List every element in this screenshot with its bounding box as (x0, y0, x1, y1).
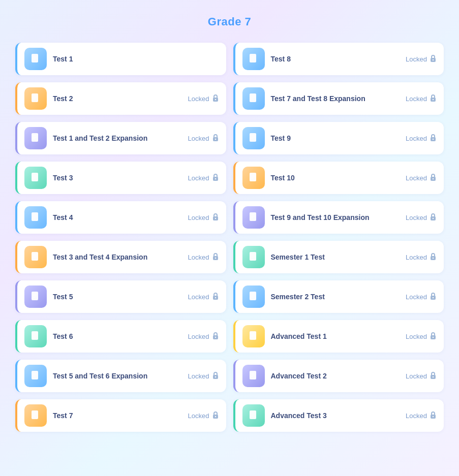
locked-label: Locked (406, 214, 427, 221)
card-info-test4: Test 4 (53, 213, 182, 222)
card-test7and8exp[interactable]: Test 7 and Test 8 ExpansionLocked (233, 82, 444, 115)
card-test3and4exp[interactable]: Test 3 and Test 4 ExpansionLocked (15, 241, 226, 273)
card-icon-sem2test (242, 285, 265, 308)
svg-rect-102 (251, 374, 255, 375)
card-test6[interactable]: Test 6Locked (15, 320, 226, 353)
svg-point-33 (433, 138, 434, 139)
svg-rect-42 (251, 176, 255, 177)
card-status-sem1test: Locked (406, 252, 437, 262)
svg-rect-54 (251, 216, 255, 217)
card-icon-test3 (24, 167, 47, 189)
svg-point-51 (215, 217, 216, 218)
svg-rect-66 (251, 256, 255, 257)
card-test1and2exp[interactable]: Test 1 and Test 2 ExpansionLocked (15, 122, 226, 154)
card-icon-test4 (24, 206, 47, 229)
card-name-advtest1: Advanced Test 1 (271, 332, 400, 341)
card-status-advtest3: Locked (406, 411, 437, 421)
card-test10[interactable]: Test 10Locked (233, 162, 444, 194)
card-name-test1: Test 1 (53, 54, 219, 64)
card-test5and6exp[interactable]: Test 5 and Test 6 ExpansionLocked (15, 360, 226, 392)
card-info-test9: Test 9 (271, 134, 400, 143)
svg-rect-89 (251, 333, 255, 334)
card-status-test3: Locked (188, 173, 219, 183)
card-icon-test10 (242, 167, 265, 189)
svg-point-21 (433, 99, 434, 100)
card-name-test10: Test 10 (271, 173, 400, 182)
svg-rect-23 (33, 135, 37, 136)
svg-rect-107 (33, 412, 37, 414)
card-sem1test[interactable]: Semester 1 TestLocked (233, 241, 444, 273)
locked-label: Locked (406, 135, 427, 142)
card-test5[interactable]: Test 5Locked (15, 280, 226, 313)
card-test9[interactable]: Test 9Locked (233, 122, 444, 154)
card-status-test7: Locked (188, 411, 219, 421)
svg-rect-30 (251, 137, 255, 138)
svg-rect-85 (33, 336, 36, 337)
card-icon-test9and10exp (242, 206, 265, 229)
card-name-sem2test: Semester 2 Test (271, 292, 400, 301)
card-icon-test1 (24, 48, 47, 70)
locked-label: Locked (188, 135, 209, 142)
svg-rect-83 (33, 333, 37, 334)
card-status-advtest1: Locked (406, 332, 437, 341)
card-info-test8: Test 8 (271, 54, 400, 64)
svg-rect-36 (33, 176, 37, 177)
card-icon-test3and4exp (24, 246, 47, 268)
card-test2[interactable]: Test 2Locked (15, 82, 226, 115)
locked-label: Locked (188, 95, 209, 103)
card-advtest2[interactable]: Advanced Test 2Locked (233, 360, 444, 392)
card-icon-advtest3 (242, 404, 265, 427)
card-sem2test[interactable]: Semester 2 TestLocked (233, 280, 444, 313)
svg-rect-37 (33, 178, 36, 179)
card-advtest1[interactable]: Advanced Test 1Locked (233, 320, 444, 353)
svg-point-117 (433, 416, 434, 417)
card-test8[interactable]: Test 8Locked (233, 43, 444, 75)
card-name-test6: Test 6 (53, 332, 182, 341)
svg-point-105 (433, 376, 434, 377)
card-test1[interactable]: Test 1 (15, 43, 226, 75)
svg-rect-79 (251, 297, 253, 298)
locked-label: Locked (188, 174, 209, 182)
card-icon-test7and8exp (242, 87, 265, 110)
card-test4[interactable]: Test 4Locked (15, 201, 226, 234)
card-info-test10: Test 10 (271, 173, 400, 182)
card-test7[interactable]: Test 7Locked (15, 399, 226, 432)
svg-rect-25 (33, 138, 36, 139)
card-status-test2: Locked (188, 94, 219, 104)
card-name-test5: Test 5 (53, 292, 182, 301)
card-test9and10exp[interactable]: Test 9 and Test 10 ExpansionLocked (233, 201, 444, 234)
svg-rect-48 (33, 216, 37, 217)
card-name-advtest2: Advanced Test 2 (271, 371, 400, 380)
lock-icon (212, 292, 219, 302)
svg-rect-3 (33, 59, 36, 60)
svg-rect-35 (33, 175, 37, 176)
svg-rect-61 (33, 257, 36, 258)
svg-point-63 (215, 257, 216, 258)
card-test3[interactable]: Test 3Locked (15, 162, 226, 194)
card-info-test1: Test 1 (53, 54, 219, 64)
svg-rect-109 (33, 416, 36, 417)
svg-rect-73 (33, 297, 36, 298)
locked-label: Locked (406, 293, 427, 301)
card-advtest3[interactable]: Advanced Test 3Locked (233, 399, 444, 432)
svg-rect-77 (251, 294, 255, 295)
card-icon-test7 (24, 404, 47, 427)
card-info-test6: Test 6 (53, 332, 182, 341)
card-name-test1and2exp: Test 1 and Test 2 Expansion (53, 134, 182, 143)
card-info-sem2test: Semester 2 Test (271, 292, 400, 301)
svg-rect-31 (251, 138, 253, 139)
svg-point-15 (215, 99, 216, 100)
card-icon-test8 (242, 48, 265, 70)
card-status-test5: Locked (188, 292, 219, 302)
card-info-advtest2: Advanced Test 2 (271, 371, 400, 380)
card-name-sem1test: Semester 1 Test (271, 252, 400, 262)
card-name-test3: Test 3 (53, 173, 182, 182)
svg-rect-5 (251, 56, 255, 57)
lock-icon (430, 292, 437, 302)
card-name-test7: Test 7 (53, 411, 182, 420)
card-info-advtest1: Advanced Test 1 (271, 332, 400, 341)
svg-rect-19 (251, 99, 253, 100)
lock-icon (430, 371, 437, 381)
svg-point-99 (215, 376, 216, 377)
svg-rect-60 (33, 256, 37, 257)
